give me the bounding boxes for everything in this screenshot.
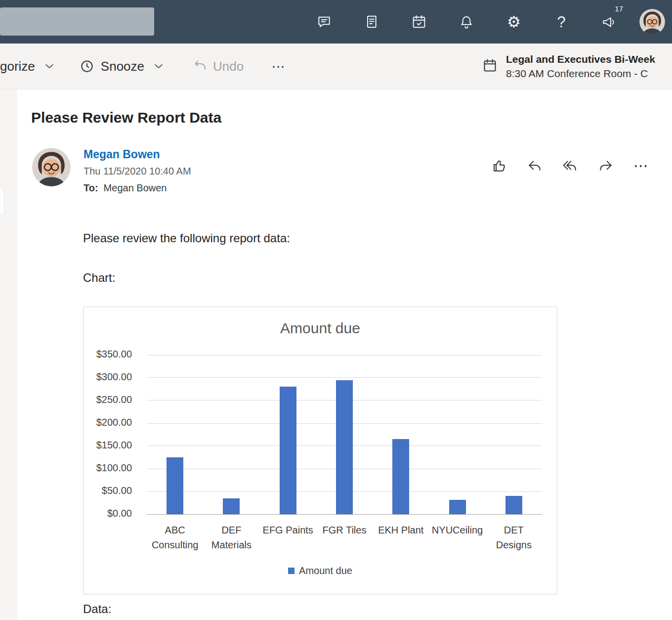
search-box[interactable]: [0, 7, 154, 36]
help-icon: ?: [557, 14, 565, 30]
chart-ytick-label: $300.00: [78, 371, 132, 383]
chart-bar-cell: [373, 355, 429, 514]
sender-avatar[interactable]: [32, 148, 71, 186]
chart-ytick-label: $350.00: [78, 349, 132, 360]
chart-bar-4: [336, 380, 353, 514]
chevron-down-icon: [151, 59, 166, 74]
recipients-line: To:Megan Bowen: [84, 182, 191, 194]
command-bar-left: gorize Snooze Undo ⋯: [0, 44, 287, 89]
calendar-check-icon: [411, 14, 427, 30]
notifications-bell-icon: [459, 14, 474, 30]
chart-bar-cell: [486, 355, 542, 514]
pane-expand-handle[interactable]: [0, 187, 4, 216]
chart-ytick-label: $150.00: [78, 440, 132, 451]
forward-icon: [598, 158, 614, 174]
whats-new-badge: 17: [615, 4, 623, 13]
snooze-button[interactable]: Snooze: [80, 59, 166, 74]
chart-ytick-label: $200.00: [78, 417, 132, 428]
chart-xtick-label: EKH Plant: [373, 523, 429, 552]
chart-x-axis: ABC ConsultingDEF MaterialsEFG PaintsFGR…: [147, 523, 542, 552]
notifications-button[interactable]: [443, 0, 490, 44]
document-icon: [364, 14, 379, 30]
chart-ytick-label: $250.00: [78, 394, 132, 405]
chat-button[interactable]: [300, 0, 348, 44]
legend-label: Amount due: [299, 565, 352, 576]
chart-ytick-label: $50.00: [78, 485, 132, 496]
chart-bar-cell: [316, 355, 373, 514]
categorize-label: gorize: [0, 59, 35, 74]
reply-all-button[interactable]: [562, 158, 578, 174]
chart-bar-5: [392, 439, 409, 514]
chart-xtick-label: ABC Consulting: [147, 523, 203, 552]
chart-xtick-label: EFG Paints: [260, 523, 316, 552]
chart-legend: Amount due: [84, 565, 557, 576]
more-commands-button[interactable]: ⋯: [271, 58, 287, 75]
command-bar: gorize Snooze Undo ⋯: [0, 44, 672, 89]
snooze-label: Snooze: [101, 59, 144, 74]
chart-ytick-label: $0.00: [78, 508, 132, 519]
settings-button[interactable]: ⚙: [490, 0, 538, 44]
chart-bar-3: [280, 387, 296, 514]
myday-button[interactable]: [395, 0, 443, 44]
left-rail: [0, 89, 17, 620]
data-caption: Data:: [83, 602, 652, 616]
document-button[interactable]: [348, 0, 395, 44]
categorize-button[interactable]: gorize: [0, 59, 57, 74]
calendar-icon: [482, 58, 498, 75]
reading-pane: Please Review Report Data Megan Bowen Th…: [17, 89, 672, 620]
help-button[interactable]: ?: [538, 0, 585, 44]
event-text: Legal and Executives Bi-Week 8:30 AM Con…: [506, 53, 655, 80]
sent-datetime: Thu 11/5/2020 10:40 AM: [84, 166, 191, 177]
whats-new-megaphone-icon: [601, 14, 617, 30]
undo-label: Undo: [213, 59, 244, 74]
legend-swatch: [288, 568, 294, 574]
chevron-down-icon: [42, 59, 57, 74]
reply-all-icon: [562, 158, 578, 174]
settings-gear-icon: ⚙: [507, 14, 521, 30]
reply-icon: [527, 158, 543, 174]
account-menu-button[interactable]: [632, 0, 672, 44]
chart-xtick-label: DET Designs: [486, 523, 542, 552]
chart-xtick-label: FGR Tiles: [316, 523, 373, 552]
undo-button[interactable]: Undo: [193, 59, 244, 74]
embedded-chart: Amount due $350.00$300.00$250.00$200.00$…: [83, 307, 557, 594]
event-title: Legal and Executives Bi-Week: [506, 53, 655, 65]
email-subject: Please Review Report Data: [31, 109, 221, 126]
chart-title: Amount due: [84, 320, 557, 337]
chart-bar-1: [167, 457, 183, 514]
chart-ytick-label: $100.00: [78, 462, 132, 474]
chart-bar-cell: [147, 355, 203, 514]
chart-bar-cell: [203, 355, 259, 514]
sender-name[interactable]: Megan Bowen: [84, 148, 191, 161]
thumbs-up-icon: [491, 158, 507, 174]
chart-bar-cell: [429, 355, 485, 514]
chart-bar-6: [449, 500, 466, 514]
message-header: Megan Bowen Thu 11/5/2020 10:40 AM To:Me…: [32, 147, 657, 206]
chart-caption: Chart:: [83, 271, 652, 285]
to-label: To:: [84, 182, 98, 193]
to-recipients[interactable]: Megan Bowen: [104, 182, 167, 193]
like-button[interactable]: [491, 158, 507, 174]
next-event-peek[interactable]: Legal and Executives Bi-Week 8:30 AM Con…: [482, 44, 655, 89]
undo-icon: [193, 59, 208, 74]
content-area: Please Review Report Data Megan Bowen Th…: [0, 89, 672, 620]
message-actions: ⋯: [491, 157, 649, 174]
chart-bar-cell: [260, 355, 316, 514]
message-body: Please review the following report data:…: [83, 231, 652, 616]
chart-bars: [147, 355, 542, 514]
clock-icon: [80, 59, 94, 74]
forward-button[interactable]: [598, 158, 614, 174]
chart-plot-area: $350.00$300.00$250.00$200.00$150.00$100.…: [147, 355, 542, 514]
chart-xtick-label: NYUCeiling: [429, 523, 485, 552]
profile-avatar: [639, 9, 665, 35]
app-topbar: ⚙ ? 17: [0, 0, 672, 44]
chart-bar-2: [223, 498, 240, 514]
whats-new-button[interactable]: 17: [585, 0, 632, 44]
event-details: 8:30 AM Conference Room - C: [506, 68, 655, 80]
chart-bar-7: [505, 496, 522, 514]
outlook-window: ⚙ ? 17 gorize: [0, 0, 672, 620]
reply-button[interactable]: [527, 158, 543, 174]
chart-xtick-label: DEF Materials: [203, 523, 259, 552]
message-more-button[interactable]: ⋯: [633, 157, 649, 174]
topbar-actions: ⚙ ? 17: [300, 0, 672, 44]
